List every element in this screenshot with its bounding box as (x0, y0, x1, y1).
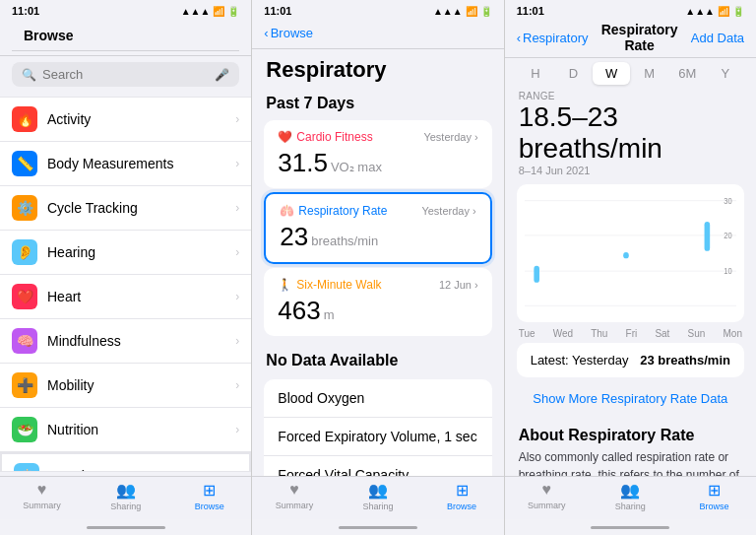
respiratory-nav: ‹ Browse (252, 20, 503, 49)
card-value-cardio: 31.5 (278, 148, 328, 178)
item-icon-heart: ❤️ (12, 284, 37, 309)
status-bar-3: 11:01 ▲▲▲ 📶 🔋 (505, 0, 756, 20)
item-icon-mobility: ➕ (12, 372, 37, 398)
back-label-2[interactable]: Browse (271, 26, 313, 40)
time-3: 11:01 (517, 5, 544, 17)
card-respiratory-rate[interactable]: 🫁 Respiratory Rate Yesterday › 23 breath… (264, 192, 491, 264)
list-item-hearing[interactable]: 👂 Hearing › (0, 231, 251, 275)
no-data-item[interactable]: Forced Expiratory Volume, 1 sec (264, 418, 491, 456)
back-btn-2[interactable]: ‹ Browse (264, 26, 313, 40)
latest-row: Latest: Yesterday 23 breaths/min (517, 343, 744, 377)
tab-label-sharing: Sharing (110, 502, 141, 511)
home-indicator-2 (252, 519, 503, 535)
range-btn-m[interactable]: M (630, 62, 668, 85)
show-more-btn[interactable]: Show More Respiratory Rate Data (505, 381, 756, 415)
item-icon-respiratory: 🫁 (14, 463, 39, 472)
chevron-icon-nutrition: › (235, 423, 239, 436)
card-icon-respiratory-rate: 🫁 (280, 204, 294, 218)
back-btn-3[interactable]: ‹ Respiratory (517, 31, 589, 45)
tab-label-summary: Summary (528, 501, 566, 510)
list-item-respiratory[interactable]: 🫁 Respiratory › (0, 452, 251, 472)
svg-point-8 (623, 252, 629, 258)
range-btn-y[interactable]: Y (706, 62, 744, 85)
range-btn-w[interactable]: W (593, 62, 631, 85)
past7days-heading: Past 7 Days (252, 87, 503, 116)
respiratory-header: Respiratory (252, 49, 503, 87)
chart-day-tue: Tue (519, 328, 536, 339)
tab-bar-3: ♥ Summary 👥 Sharing ⊞ Browse (505, 476, 756, 519)
status-bar-2: 11:01 ▲▲▲ 📶 🔋 (252, 0, 503, 20)
range-value: 18.5–23 breaths/min (505, 101, 756, 165)
range-btn-6m[interactable]: 6M (668, 62, 707, 85)
status-icons-2: ▲▲▲ 📶 🔋 (433, 6, 492, 17)
tab-browse[interactable]: ⊞ Browse (420, 481, 504, 511)
search-icon-1: 🔍 (22, 68, 36, 82)
show-more-label[interactable]: Show More Respiratory Rate Data (533, 391, 727, 406)
about-section: About Respiratory Rate Also commonly cal… (505, 415, 756, 476)
signal-icon-2: ▲▲▲ (433, 6, 463, 17)
search-bar-1[interactable]: 🔍 🎤 (12, 62, 239, 87)
list-item-mindfulness[interactable]: 🧠 Mindfulness › (0, 319, 251, 364)
tab-sharing[interactable]: 👥 Sharing (589, 481, 672, 511)
tab-label-sharing: Sharing (362, 502, 393, 511)
range-label: RANGE (505, 89, 756, 101)
tab-icon-sharing: 👥 (620, 481, 640, 500)
chart-day-mon: Mon (723, 328, 741, 339)
tab-sharing[interactable]: 👥 Sharing (84, 481, 167, 511)
list-item-heart[interactable]: ❤️ Heart › (0, 275, 251, 319)
card-cardio[interactable]: ❤️ Cardio Fitness Yesterday › 31.5 VO₂ m… (264, 120, 491, 188)
status-icons-3: ▲▲▲ 📶 🔋 (685, 6, 744, 17)
item-label-hearing: Hearing (47, 244, 235, 260)
chart-day-thu: Thu (591, 328, 607, 339)
tab-icon-summary: ♥ (37, 481, 47, 499)
chevron-icon-hearing: › (235, 245, 239, 259)
respiratory-cards: ❤️ Cardio Fitness Yesterday › 31.5 VO₂ m… (252, 120, 503, 336)
search-input-1[interactable] (42, 67, 209, 82)
item-icon-mindfulness: 🧠 (12, 328, 37, 354)
item-label-body: Body Measurements (47, 156, 235, 171)
list-item-cycle[interactable]: ⚙️ Cycle Tracking › (0, 186, 251, 231)
card-unit-six-min-walk: m (324, 307, 335, 322)
chart-area: 30 20 10 (517, 184, 744, 322)
tab-label-summary: Summary (23, 501, 61, 510)
time-1: 11:01 (12, 5, 39, 17)
no-data-item[interactable]: Forced Vital Capacity (264, 456, 491, 476)
card-date-six-min-walk: 12 Jun › (439, 279, 478, 291)
add-data-btn[interactable]: Add Data (691, 31, 744, 45)
list-item-activity[interactable]: 🔥 Activity › (0, 98, 251, 142)
item-icon-hearing: 👂 (12, 239, 37, 265)
card-six-min-walk[interactable]: 🚶 Six-Minute Walk 12 Jun › 463 m (264, 268, 491, 336)
range-btn-d[interactable]: D (554, 62, 593, 85)
mic-icon-1[interactable]: 🎤 (215, 68, 229, 82)
back-label-3[interactable]: Respiratory (523, 31, 588, 45)
card-icon-cardio: ❤️ (278, 130, 292, 144)
battery-icon-3: 🔋 (732, 6, 744, 17)
list-item-nutrition[interactable]: 🥗 Nutrition › (0, 408, 251, 452)
respiratory-title: Respiratory (266, 57, 489, 83)
tab-bar-2: ♥ Summary 👥 Sharing ⊞ Browse (252, 476, 503, 519)
list-item-body[interactable]: 📏 Body Measurements › (0, 142, 251, 186)
tab-summary[interactable]: ♥ Summary (252, 481, 336, 511)
time-range-bar: HDWM6MY (505, 58, 756, 89)
card-icon-six-min-walk: 🚶 (278, 278, 292, 292)
wifi-icon-2: 📶 (466, 6, 477, 17)
list-item-mobility[interactable]: ➕ Mobility › (0, 364, 251, 408)
signal-icon: ▲▲▲ (181, 6, 211, 17)
svg-text:20: 20 (724, 232, 732, 241)
tab-summary[interactable]: ♥ Summary (0, 481, 84, 511)
tab-icon-sharing: 👥 (116, 481, 136, 500)
no-data-item[interactable]: Blood Oxygen (264, 379, 491, 418)
latest-label: Latest: Yesterday (531, 353, 629, 368)
tab-summary[interactable]: ♥ Summary (505, 481, 589, 511)
tab-icon-browse: ⊞ (708, 481, 721, 500)
tab-sharing[interactable]: 👥 Sharing (336, 481, 419, 511)
range-btn-h[interactable]: H (517, 62, 555, 85)
chart-x-labels: TueWedThuFriSatSunMon (505, 326, 756, 339)
battery-icon: 🔋 (227, 6, 239, 17)
tab-browse[interactable]: ⊞ Browse (672, 481, 756, 511)
tab-label-summary: Summary (276, 501, 314, 510)
panel-respiratory: 11:01 ▲▲▲ 📶 🔋 ‹ Browse Respiratory Past … (251, 0, 503, 535)
battery-icon-2: 🔋 (480, 6, 492, 17)
tab-browse[interactable]: ⊞ Browse (167, 481, 251, 511)
item-label-nutrition: Nutrition (47, 422, 235, 437)
